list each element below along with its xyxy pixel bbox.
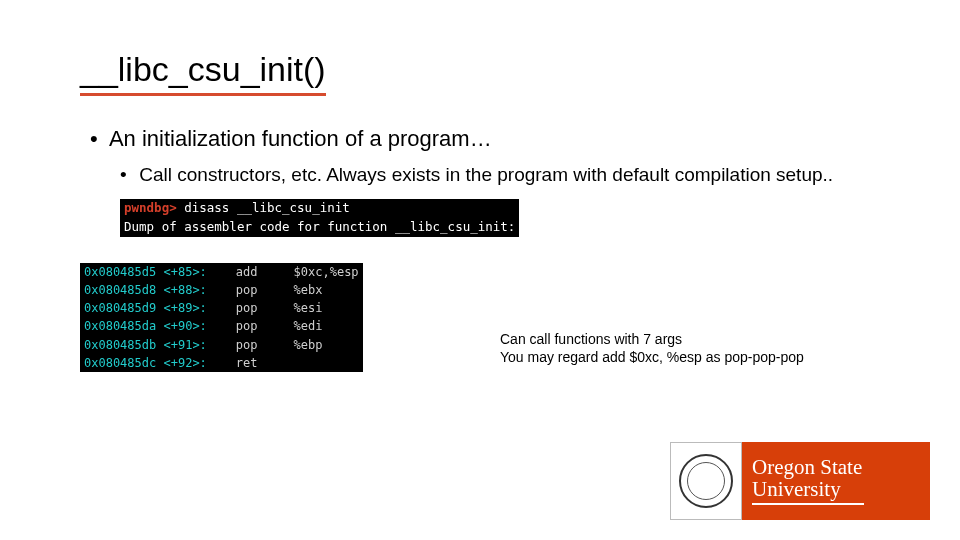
slide-title: __libc_csu_init() xyxy=(80,50,326,96)
command-text: disass __libc_csu_init xyxy=(177,200,350,215)
disasm-row: 0x080485da <+90>: pop %edi xyxy=(80,317,363,335)
bullet-1-text: An initialization function of a program… xyxy=(109,126,492,151)
annotation-note: Can call functions with 7 args You may r… xyxy=(500,330,804,366)
bullet-2-text: Call constructors, etc. Always exists in… xyxy=(139,164,833,185)
disasm-row: 0x080485d8 <+88>: pop %ebx xyxy=(80,281,363,299)
university-logo: Oregon State University xyxy=(670,442,930,520)
disasm-row: 0x080485d9 <+89>: pop %esi xyxy=(80,299,363,317)
terminal-dump-line: Dump of assembler code for function __li… xyxy=(120,218,519,237)
logo-line-1: Oregon State xyxy=(752,457,930,478)
disasm-row: 0x080485db <+91>: pop %ebp xyxy=(80,336,363,354)
note-line-2: You may regard add $0xc, %esp as pop-pop… xyxy=(500,348,804,366)
note-line-1: Can call functions with 7 args xyxy=(500,330,804,348)
logo-line-2: University xyxy=(752,478,864,505)
seal-icon xyxy=(670,442,742,520)
bullet-level1: • An initialization function of a progra… xyxy=(90,124,900,154)
disasm-row: 0x080485d5 <+85>: add $0xc,%esp xyxy=(80,263,363,281)
bullet-level2: • Call constructors, etc. Always exists … xyxy=(120,162,900,188)
terminal-line: pwndbg> disass __libc_csu_init xyxy=(120,199,519,218)
bullet-dot-icon: • xyxy=(90,124,104,154)
disasm-row: 0x080485dc <+92>: ret xyxy=(80,354,363,372)
logo-text: Oregon State University xyxy=(742,442,930,520)
disassembly-block: 0x080485d5 <+85>: add $0xc,%esp0x080485d… xyxy=(80,263,363,372)
slide: __libc_csu_init() • An initialization fu… xyxy=(0,0,960,540)
prompt-text: pwndbg> xyxy=(124,200,177,215)
terminal-header: pwndbg> disass __libc_csu_init Dump of a… xyxy=(120,199,519,237)
bullet-list: • An initialization function of a progra… xyxy=(80,124,900,239)
bullet-dot-icon: • xyxy=(120,162,134,188)
